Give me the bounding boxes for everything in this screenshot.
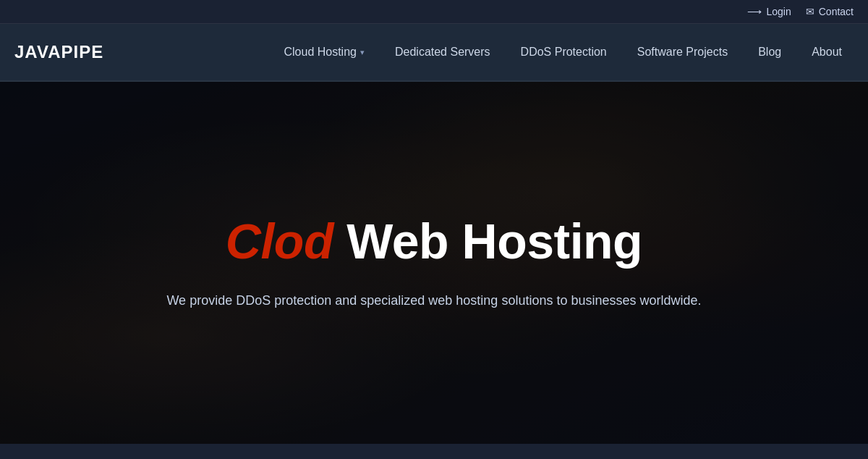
nav-item-blog: Blog [746, 40, 793, 64]
about-label: About [812, 46, 842, 59]
main-navbar: JAVAPIPE Cloud Hosting ▾ Dedicated Serve… [0, 24, 868, 82]
nav-links: Cloud Hosting ▾ Dedicated Servers DDoS P… [272, 40, 854, 64]
dedicated-servers-label: Dedicated Servers [395, 46, 490, 59]
blog-label: Blog [758, 46, 781, 59]
nav-item-software-projects: Software Projects [626, 40, 739, 64]
software-projects-link[interactable]: Software Projects [626, 40, 739, 64]
hero-title-white: Web Hosting [333, 214, 642, 269]
ddos-protection-label: DDoS Protection [521, 46, 607, 59]
hero-title-red: Clod [226, 214, 333, 269]
nav-item-dedicated-servers: Dedicated Servers [383, 40, 502, 64]
contact-label: Contact [819, 6, 854, 17]
hero-content: Clod Web Hosting We provide DDoS protect… [137, 214, 730, 311]
site-logo[interactable]: JAVAPIPE [14, 42, 103, 62]
login-icon: ⟶ [747, 6, 762, 17]
contact-link[interactable]: ✉ Contact [806, 6, 854, 17]
ddos-protection-link[interactable]: DDoS Protection [509, 40, 618, 64]
hero-section: Clod Web Hosting We provide DDoS protect… [0, 82, 868, 444]
software-projects-label: Software Projects [637, 46, 728, 59]
login-link[interactable]: ⟶ Login [747, 6, 791, 17]
nav-item-cloud-hosting: Cloud Hosting ▾ [272, 40, 376, 64]
dedicated-servers-link[interactable]: Dedicated Servers [383, 40, 502, 64]
top-bar: ⟶ Login ✉ Contact [0, 0, 868, 24]
nav-item-about: About [800, 40, 854, 64]
login-label: Login [766, 6, 791, 17]
blog-link[interactable]: Blog [746, 40, 793, 64]
hero-title: Clod Web Hosting [166, 214, 701, 269]
nav-item-ddos-protection: DDoS Protection [509, 40, 618, 64]
hero-subtitle: We provide DDoS protection and specializ… [166, 290, 701, 311]
cloud-hosting-label: Cloud Hosting [284, 46, 357, 59]
chevron-down-icon: ▾ [360, 48, 365, 57]
contact-icon: ✉ [806, 6, 814, 17]
cloud-hosting-link[interactable]: Cloud Hosting ▾ [272, 40, 376, 64]
about-link[interactable]: About [800, 40, 854, 64]
